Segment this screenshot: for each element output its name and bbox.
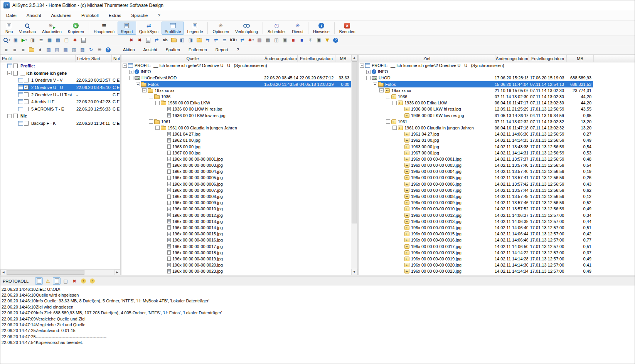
tree-expander[interactable]: − <box>392 101 397 105</box>
search-icon[interactable]: ▾ <box>2 36 11 44</box>
help-icon[interactable]: ? <box>332 36 340 44</box>
tree-expander[interactable]: − <box>386 119 390 124</box>
tree-row[interactable]: 196x 00 00 00-00 0010.jpg <box>121 206 351 212</box>
marker-red-icon[interactable]: ▪ <box>290 36 297 44</box>
tree-row[interactable]: 196x 00 00 00-00 0006.jpg <box>121 181 351 187</box>
menu-ausfhren[interactable]: Ausführen <box>46 11 76 20</box>
profile-row[interactable]: −Nie <box>0 112 120 120</box>
tree-row[interactable]: 1936 00 00 LKW low res.jpg <box>121 112 351 119</box>
tree-row[interactable]: 196x 00 00 00-00 0005.jpg <box>121 174 351 181</box>
settings-icon[interactable]: ✳ <box>307 36 314 44</box>
tree-list-icon[interactable]: ≡ <box>221 36 229 44</box>
tree-expander[interactable]: + <box>366 70 371 74</box>
tree-row[interactable]: 196x 00 00 00-00 0020.jpg <box>121 262 351 268</box>
tree-row[interactable]: ←196x 00 00 00-00 0012.jpg14.02.11 14:06… <box>359 212 635 218</box>
tree-row[interactable]: ←196x 00 00 00-00 0005.jpg14.02.11 13:57… <box>359 174 635 181</box>
tree-row[interactable]: −Fotos15.06.20 11:44:0407.11.14 12:54:13… <box>359 81 635 87</box>
marker-blue-icon[interactable]: ▪ <box>298 36 306 44</box>
exclude-folder-icon[interactable]: ✖ <box>136 36 144 44</box>
process-button[interactable]: ✳▶Abarbeiten <box>39 22 65 35</box>
quit-button[interactable]: ✖Beenden <box>336 22 359 35</box>
tree-row[interactable]: ←196x 00 00 00-00 0009.jpg14.02.11 13:57… <box>359 200 635 206</box>
tree-row[interactable]: −←196107.11.14 13:02:3207.11.14 13:02:32… <box>359 119 635 125</box>
column-header-quelle[interactable]: Quelle <box>121 55 264 62</box>
report-button[interactable]: Report <box>118 22 136 35</box>
view-toggle-5-icon[interactable]: ▨ <box>79 46 86 54</box>
profile-checkbox[interactable] <box>24 107 29 111</box>
tree-row[interactable]: 196x 00 00 00-00 0001.jpg <box>121 156 351 162</box>
rename-icon[interactable]: ab <box>162 36 169 44</box>
profile-row[interactable]: 2 Onedrive U - U Test-C E <box>0 91 120 98</box>
nav-first-icon[interactable]: ▪ <box>2 46 10 54</box>
collapse-all-icon[interactable]: ↡ <box>36 46 44 54</box>
tree-expander[interactable]: − <box>7 114 12 118</box>
delete-icon[interactable]: ✖ <box>71 36 79 44</box>
size-unit-dropdown[interactable]: KB▾ <box>229 36 238 44</box>
menu-sprache[interactable]: Sprache <box>126 11 153 20</box>
tree-row[interactable]: ←196x 00 00 00-00 0008.jpg14.02.11 13:57… <box>359 193 635 200</box>
tree-row[interactable]: 196x 00 00 00-00 0012.jpg <box>121 212 351 218</box>
panel-menu-entfernen[interactable]: Entfernen <box>184 45 211 54</box>
tree-row[interactable]: 196x 00 00 00-00 0016.jpg <box>121 237 351 243</box>
tree-row[interactable]: 196x 00 00 00-00 0003.jpg <box>121 162 351 168</box>
tree-row[interactable]: ←196x 00 00 00-00 0006.jpg14.02.11 13:57… <box>359 181 635 187</box>
tree-row[interactable]: 1963 00 00.jpg <box>121 143 351 149</box>
profile-checkbox[interactable] <box>13 114 18 118</box>
tree-row[interactable]: ←196x 00 00 00-00 0023.jpg14.02.11 14:14… <box>359 268 635 274</box>
sync-left-icon[interactable]: ⇆ <box>204 36 212 44</box>
tree-expander[interactable]: − <box>360 64 364 68</box>
profile-row[interactable]: −__ Ich komme ich gehe <box>0 70 120 77</box>
view-toggle-3-icon[interactable]: ▦ <box>62 46 69 54</box>
tree-row[interactable]: −1936 00 00 Erika LKW <box>121 100 351 106</box>
tree-expander[interactable]: − <box>129 76 133 80</box>
tree-row[interactable]: −PROFIL: __ Ich komme ich gehe\2 Onedriv… <box>359 62 635 69</box>
tree-row[interactable]: −1961 00 00 Claudia in jungen Jahren <box>121 125 351 131</box>
tree-row[interactable]: ←196x 00 00 00-00 0019.jpg14.02.11 14:14… <box>359 256 635 262</box>
profile-grid-icon[interactable]: ▣ <box>12 36 20 44</box>
profile-checkbox[interactable] <box>13 64 18 68</box>
panel-menu-spalten[interactable]: Spalten <box>162 45 184 54</box>
tree-row[interactable]: −←1936 00 00 Erika LKW06.04.16 11:47:170… <box>359 100 635 106</box>
tree-row[interactable]: 1936 00 00 LKW hi res.jpg <box>121 106 351 112</box>
refresh-icon[interactable]: ↻ <box>87 46 95 54</box>
view-toggle-1-icon[interactable]: ▥ <box>45 46 52 54</box>
preview-button[interactable]: Vorschau <box>16 22 39 35</box>
tree-row[interactable]: 1962 01 00.jpg <box>121 137 351 143</box>
start-run-icon[interactable]: ▶▾ <box>20 36 28 44</box>
layout-split-icon[interactable]: ◨ <box>29 36 37 44</box>
sync-pair-icon[interactable]: ⇄ <box>239 36 246 44</box>
profile-checkbox[interactable] <box>24 99 29 104</box>
tree-row[interactable]: ←196x 00 00 00-00 0013.jpg14.02.11 14:06… <box>359 218 635 225</box>
tree-row[interactable]: ←196x 00 00 00-00 0016.jpg14.02.11 14:06… <box>359 237 635 243</box>
warnings-icon[interactable]: ⚠ <box>44 277 52 285</box>
tree-row[interactable]: ←1967 00 00.jpg14.02.11 14:14:3117.01.13… <box>359 150 635 156</box>
scroll-left-button[interactable]: ◀ <box>0 270 7 275</box>
panel-menu-report[interactable]: Report <box>211 45 232 54</box>
tree-row[interactable]: 196x 00 00 00-00 0009.jpg <box>121 200 351 206</box>
profilelist-button[interactable]: Profilliste <box>162 22 184 35</box>
filter-icon[interactable]: ▼ <box>323 36 331 44</box>
window-view-icon[interactable]: □ <box>63 36 71 44</box>
open-folder-icon[interactable] <box>195 36 203 44</box>
tree-expander[interactable]: − <box>7 71 12 75</box>
quicksync-button[interactable]: ⇄QuickSync <box>136 22 162 35</box>
tree-row[interactable]: ←196x 00 00 00-00 0010.jpg14.02.11 13:57… <box>359 206 635 212</box>
column-header-profil[interactable]: Profil <box>0 55 76 62</box>
tree-expander[interactable]: − <box>386 95 390 99</box>
column-header-filler[interactable] <box>594 55 635 62</box>
tree-expander[interactable]: − <box>366 76 371 80</box>
tree-row[interactable]: ←196x 00 00 00-00 0017.jpg14.02.11 14:06… <box>359 243 635 249</box>
tree-row[interactable]: 196x 00 00 00-00 0008.jpg <box>121 193 351 200</box>
pane-a-icon[interactable]: ▥ <box>256 36 263 44</box>
copy-button[interactable]: ▶Kopieren <box>65 22 87 35</box>
copy-list-icon[interactable] <box>80 36 88 44</box>
compare-arrows-icon[interactable]: ⇄ <box>153 36 161 44</box>
tree-row[interactable]: ←196x 00 00 00-00 0020.jpg14.02.11 14:14… <box>359 262 635 268</box>
profile-settings-icon[interactable]: ✳ <box>96 46 103 54</box>
tree-row[interactable]: ←196x 00 00 00-00 0007.jpg14.02.11 13:57… <box>359 187 635 193</box>
tree-row[interactable]: −1936 <box>121 94 351 100</box>
column-header-letzter-start[interactable]: Letzter Start <box>76 55 112 62</box>
profile-checkbox[interactable]: ✔ <box>24 85 29 90</box>
nav-prev-icon[interactable]: ▪ <box>11 46 19 54</box>
menu-help[interactable]: ? <box>153 11 165 20</box>
